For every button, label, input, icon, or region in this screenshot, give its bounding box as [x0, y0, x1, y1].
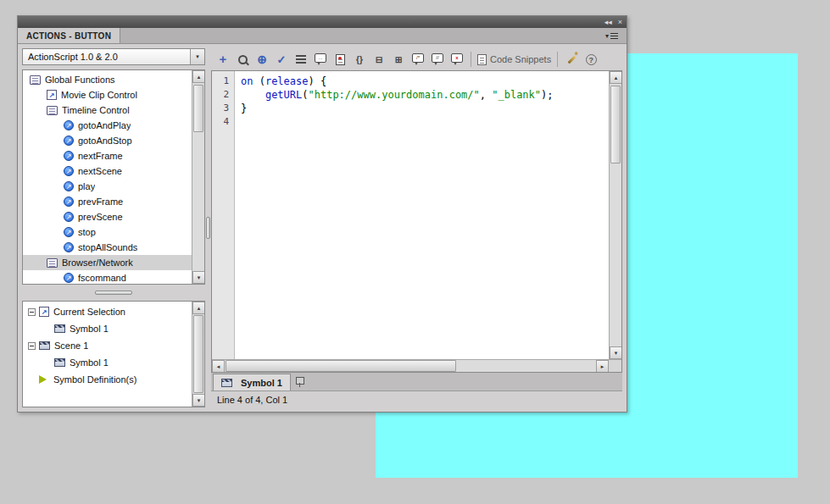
- show-code-hint-button[interactable]: [311, 50, 330, 69]
- remove-comment-button[interactable]: [448, 50, 466, 69]
- help-button[interactable]: ?: [582, 50, 600, 69]
- panel-titlebar-icons: ◂◂×: [604, 17, 622, 27]
- scrollbar-track[interactable]: [225, 360, 596, 372]
- tree-item-global-functions[interactable]: Global Functions: [23, 72, 192, 87]
- tree-item-current-selection[interactable]: Current Selection: [23, 303, 192, 320]
- scroll-up-button[interactable]: ▲: [192, 70, 205, 83]
- show-code-hint-icon: [315, 53, 326, 63]
- tree-item-nextframe[interactable]: nextFrame: [23, 148, 192, 163]
- wand-button[interactable]: [562, 50, 581, 69]
- scroll-left-button[interactable]: ◄: [212, 360, 225, 373]
- script-navigator-scrollbar[interactable]: ▲ ▼: [192, 302, 204, 407]
- collapse-expander-icon[interactable]: [28, 342, 36, 350]
- arrow-up-icon: ▲: [614, 75, 619, 80]
- apply-line-comment-icon: [432, 53, 443, 63]
- dropdown-arrow-button[interactable]: ▼: [190, 49, 204, 64]
- code-token: (: [302, 89, 308, 101]
- pin-script-icon[interactable]: [294, 376, 308, 388]
- add-item-button[interactable]: +: [214, 50, 232, 69]
- line-number-gutter[interactable]: 1234: [212, 71, 235, 359]
- code-token: (: [253, 75, 265, 87]
- editor-horizontal-scrollbar[interactable]: ◄ ►: [212, 359, 621, 372]
- tree-item-movie-clip-control[interactable]: Movie Clip Control: [23, 87, 192, 102]
- scrollbar-thumb[interactable]: [610, 86, 621, 163]
- debug-options-icon: [336, 54, 345, 65]
- tree-item-stopallsounds[interactable]: stopAllSounds: [23, 240, 192, 255]
- tree-item-symbol-1[interactable]: Symbol 1: [23, 320, 192, 337]
- code-token: }: [241, 102, 247, 114]
- editor-vertical-scrollbar[interactable]: ▲ ▼: [609, 71, 621, 359]
- panel-tab-actions-button[interactable]: ACTIONS - BUTTON: [18, 28, 120, 43]
- column-splitter[interactable]: [205, 48, 211, 407]
- collapse-between-braces-button[interactable]: {}: [350, 50, 369, 69]
- tree-item-timeline-control[interactable]: Timeline Control: [23, 102, 192, 118]
- tree-item-fscommand[interactable]: fscommand: [23, 270, 192, 284]
- code-editor[interactable]: 1234 on (release) { getURL("http://www.y…: [211, 70, 622, 373]
- tree-item-prevframe[interactable]: prevFrame: [23, 194, 192, 209]
- debug-options-button[interactable]: [331, 50, 349, 69]
- check-syntax-button[interactable]: ✓: [272, 50, 291, 69]
- tree-item-label: Browser/Network: [62, 258, 133, 268]
- actionscript-version-dropdown[interactable]: ActionScript 1.0 & 2.0 ▼: [22, 48, 205, 65]
- tree-item-nextscene[interactable]: nextScene: [23, 163, 192, 179]
- tree-item-symbol-1[interactable]: Symbol 1: [23, 354, 192, 371]
- scrollbar-track[interactable]: [192, 314, 204, 394]
- tree-item-label: gotoAndStop: [78, 136, 132, 146]
- scrollbar-thumb[interactable]: [226, 360, 456, 372]
- insert-target-path-button[interactable]: ⊕: [253, 50, 271, 69]
- scroll-up-button[interactable]: ▲: [610, 71, 621, 84]
- auto-format-icon: [296, 55, 306, 64]
- collapse-panel-icon[interactable]: ◂◂: [604, 17, 612, 27]
- panel-titlebar[interactable]: ◂◂×: [18, 16, 627, 28]
- tree-item-play[interactable]: play: [23, 179, 192, 194]
- book-icon: [47, 258, 58, 268]
- code-line: [241, 115, 609, 129]
- functions-tree-scrollbar[interactable]: ▲ ▼: [192, 70, 204, 284]
- code-area[interactable]: on (release) { getURL("http://www.yourdo…: [235, 71, 609, 359]
- tree-item-browser-network[interactable]: Browser/Network: [23, 255, 192, 270]
- find-button[interactable]: [233, 50, 252, 69]
- apply-line-comment-button[interactable]: [428, 50, 447, 69]
- tree-item-stop[interactable]: stop: [23, 224, 192, 240]
- scroll-right-button[interactable]: ►: [596, 360, 609, 373]
- scrollbar-track[interactable]: [610, 84, 621, 346]
- tree-item-scene-1[interactable]: Scene 1: [23, 337, 192, 354]
- toolbar-separator: [471, 52, 471, 67]
- splitter-grip[interactable]: [95, 291, 132, 295]
- caret-position-text: Line 4 of 4, Col 1: [217, 395, 287, 405]
- expand-all-button[interactable]: ⊞: [389, 50, 408, 69]
- scroll-down-button[interactable]: ▼: [610, 346, 621, 359]
- scroll-down-button[interactable]: ▼: [192, 271, 205, 284]
- close-icon[interactable]: ×: [618, 17, 622, 27]
- splitter-grip[interactable]: [206, 217, 210, 239]
- scroll-down-button[interactable]: ▼: [192, 394, 205, 407]
- scrollbar-thumb[interactable]: [193, 315, 203, 393]
- collapse-selection-icon: ⊟: [376, 55, 382, 64]
- tree-item-symbol-definition-s[interactable]: Symbol Definition(s): [23, 371, 192, 388]
- tree-item-gotoandstop[interactable]: gotoAndStop: [23, 133, 192, 148]
- scroll-up-button[interactable]: ▲: [192, 302, 205, 314]
- tree-item-label: Movie Clip Control: [61, 90, 137, 100]
- collapse-selection-button[interactable]: ⊟: [370, 50, 388, 69]
- editor-main: 1234 on (release) { getURL("http://www.y…: [212, 71, 621, 359]
- apply-block-comment-button[interactable]: [409, 50, 427, 69]
- line-number: 2: [212, 88, 234, 102]
- code-token: "http://www.yourdomain.com/": [309, 89, 480, 101]
- script-tab-symbol-1[interactable]: Symbol 1: [213, 374, 291, 390]
- symbol-icon: [221, 379, 232, 387]
- tree-pane-splitter[interactable]: [22, 289, 205, 296]
- action-icon: [64, 166, 74, 176]
- scrollbar-thumb[interactable]: [193, 85, 203, 132]
- auto-format-button[interactable]: [292, 50, 310, 69]
- code-token: ,: [480, 89, 492, 101]
- scrollbar-track[interactable]: [192, 83, 204, 271]
- code-snippets-button[interactable]: Code Snippets: [476, 50, 553, 69]
- tree-item-gotoandplay[interactable]: gotoAndPlay: [23, 118, 192, 133]
- tree-item-label: stopAllSounds: [78, 242, 137, 252]
- tree-item-prevscene[interactable]: prevScene: [23, 209, 192, 224]
- tree-item-label: Timeline Control: [62, 105, 130, 115]
- collapse-expander-icon[interactable]: [28, 308, 36, 316]
- panel-menu-icon[interactable]: [605, 31, 622, 41]
- collapse-between-braces-icon: {}: [356, 55, 363, 64]
- arrow-up-icon: ▲: [197, 75, 202, 80]
